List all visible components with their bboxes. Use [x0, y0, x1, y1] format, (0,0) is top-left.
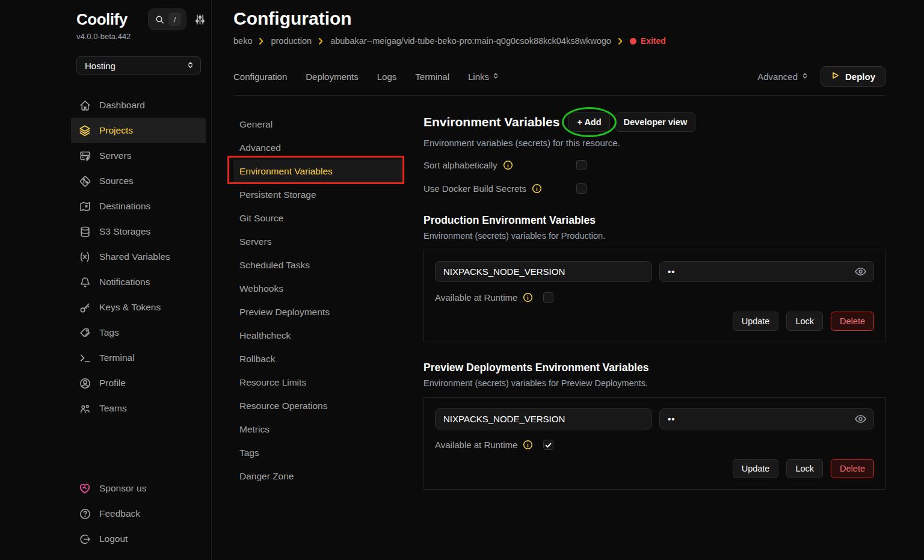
- tab-deployments[interactable]: Deployments: [306, 72, 359, 82]
- sort-alphabetically-checkbox[interactable]: [576, 160, 587, 170]
- variable-value-field[interactable]: ••: [659, 261, 874, 282]
- subnav-item-persistent-storage[interactable]: Persistent Storage: [233, 183, 405, 206]
- sidebar-item-label: Sponsor us: [99, 483, 146, 494]
- add-variable-button[interactable]: + Add: [568, 112, 609, 132]
- subnav-item-resource-limits[interactable]: Resource Limits: [233, 371, 405, 394]
- search-button[interactable]: /: [148, 8, 186, 30]
- play-icon: [831, 71, 840, 82]
- tab-configuration[interactable]: Configuration: [233, 72, 287, 82]
- variable-name-input[interactable]: [435, 408, 652, 429]
- subnav-item-git-source[interactable]: Git Source: [233, 206, 405, 230]
- info-icon[interactable]: [523, 440, 533, 450]
- masked-value: ••: [668, 414, 676, 424]
- lock-button[interactable]: Lock: [786, 459, 823, 478]
- lock-button[interactable]: Lock: [786, 312, 823, 331]
- subnav-item-danger-zone[interactable]: Danger Zone: [233, 464, 405, 488]
- breadcrumb-resource[interactable]: abubakar--meigag/vid-tube-beko-pro:main-…: [330, 36, 611, 46]
- subnav-item-rollback[interactable]: Rollback: [233, 347, 405, 371]
- sidebar-item-s3-storages[interactable]: S3 Storages: [71, 219, 206, 244]
- variable-value-field[interactable]: ••: [659, 408, 874, 429]
- main-area: Configuration beko production abubakar--…: [212, 0, 924, 560]
- sidebar: Coolify / v4.0.0-beta.442 Hosting: [0, 0, 212, 560]
- tabs-right-group: Advanced Deploy: [757, 66, 886, 87]
- sidebar-item-label: S3 Storages: [99, 226, 150, 237]
- sidebar-item-teams[interactable]: Teams: [71, 396, 206, 421]
- subnav-item-metrics[interactable]: Metrics: [233, 417, 405, 441]
- delete-button[interactable]: Delete: [831, 459, 874, 478]
- team-select-value: Hosting: [85, 61, 116, 71]
- info-icon[interactable]: [523, 292, 533, 303]
- subnav-item-advanced[interactable]: Advanced: [233, 136, 405, 159]
- runtime-checkbox[interactable]: [543, 292, 553, 303]
- sidebar-item-dashboard[interactable]: Dashboard: [71, 93, 206, 118]
- docker-build-secrets-checkbox[interactable]: [576, 183, 587, 194]
- preview-section-title: Preview Deployments Environment Variable…: [424, 362, 886, 374]
- settings-subnav: General Advanced Environment Variables P…: [233, 112, 405, 490]
- sidebar-item-label: Sources: [99, 176, 134, 186]
- sidebar-item-label: Servers: [99, 150, 131, 161]
- variable-name-input[interactable]: [435, 261, 652, 282]
- panel-subtitle: Environment variables (secrets) for this…: [424, 138, 886, 148]
- subnav-item-resource-operations[interactable]: Resource Operations: [233, 394, 405, 417]
- advanced-dropdown[interactable]: Advanced: [757, 72, 808, 82]
- card-actions: Update Lock Delete: [435, 459, 874, 478]
- card-actions: Update Lock Delete: [435, 312, 874, 331]
- sidebar-item-keys-tokens[interactable]: Keys & Tokens: [71, 295, 206, 320]
- runtime-checkbox[interactable]: [543, 440, 553, 450]
- sidebar-item-shared-variables[interactable]: Shared Variables: [71, 244, 206, 269]
- sidebar-item-terminal[interactable]: Terminal: [71, 345, 206, 371]
- sidebar-item-profile[interactable]: Profile: [71, 371, 206, 396]
- sidebar-item-label: Keys & Tokens: [99, 302, 161, 313]
- tab-terminal[interactable]: Terminal: [415, 72, 449, 82]
- runtime-row: Available at Runtime: [435, 292, 874, 303]
- logout-icon: [78, 532, 91, 546]
- help-circle-icon: [78, 507, 91, 520]
- subnav-item-servers[interactable]: Servers: [233, 230, 405, 253]
- eye-icon[interactable]: [854, 413, 867, 425]
- subnav-item-scheduled-tasks[interactable]: Scheduled Tasks: [233, 253, 405, 277]
- sidebar-item-destinations[interactable]: Destinations: [71, 194, 206, 219]
- runtime-label: Available at Runtime: [435, 440, 517, 450]
- sidebar-item-label: Teams: [99, 403, 127, 414]
- panel-title-row: Environment Variables + Add Developer vi…: [424, 112, 886, 132]
- subnav-item-preview-deployments[interactable]: Preview Deployments: [233, 300, 405, 324]
- update-button[interactable]: Update: [733, 312, 779, 331]
- map-icon: [78, 200, 91, 213]
- sidebar-item-feedback[interactable]: Feedback: [71, 501, 206, 526]
- breadcrumb-environment[interactable]: production: [271, 36, 312, 46]
- subnav-item-environment-variables[interactable]: Environment Variables: [233, 159, 405, 183]
- settings-sliders-icon[interactable]: [195, 14, 205, 25]
- subnav-item-tags[interactable]: Tags: [233, 441, 405, 464]
- sidebar-item-logout[interactable]: Logout: [71, 526, 206, 552]
- production-section-subtitle: Environment (secrets) variables for Prod…: [424, 231, 886, 241]
- developer-view-button[interactable]: Developer view: [615, 112, 696, 132]
- chevron-up-down-icon: [186, 61, 194, 71]
- breadcrumb-team[interactable]: beko: [233, 36, 252, 46]
- docker-build-secrets-label: Use Docker Build Secrets: [424, 183, 526, 194]
- info-icon[interactable]: [532, 183, 542, 194]
- tags-icon: [78, 326, 91, 339]
- sidebar-item-sponsor-us[interactable]: Sponsor us: [71, 476, 206, 501]
- tab-links[interactable]: Links: [468, 72, 499, 82]
- sidebar-item-notifications[interactable]: Notifications: [71, 269, 206, 295]
- subnav-item-webhooks[interactable]: Webhooks: [233, 277, 405, 300]
- status-label: Exited: [641, 36, 666, 46]
- tab-logs[interactable]: Logs: [377, 72, 397, 82]
- subnav-item-healthcheck[interactable]: Healthcheck: [233, 324, 405, 347]
- chevron-up-down-icon: [801, 72, 808, 82]
- subnav-item-general[interactable]: General: [233, 112, 405, 136]
- sidebar-item-projects[interactable]: Projects: [71, 118, 206, 143]
- team-select-dropdown[interactable]: Hosting: [76, 56, 201, 75]
- update-button[interactable]: Update: [733, 459, 779, 478]
- home-icon: [78, 99, 91, 112]
- delete-button[interactable]: Delete: [831, 312, 874, 331]
- app-logo[interactable]: Coolify: [76, 10, 128, 29]
- runtime-row: Available at Runtime: [435, 440, 874, 450]
- sidebar-item-label: Profile: [99, 378, 126, 389]
- sidebar-item-servers[interactable]: Servers: [71, 143, 206, 168]
- sidebar-item-sources[interactable]: Sources: [71, 168, 206, 194]
- deploy-button[interactable]: Deploy: [821, 66, 886, 87]
- eye-icon[interactable]: [854, 265, 867, 278]
- sidebar-item-tags[interactable]: Tags: [71, 320, 206, 345]
- info-icon[interactable]: [503, 160, 513, 170]
